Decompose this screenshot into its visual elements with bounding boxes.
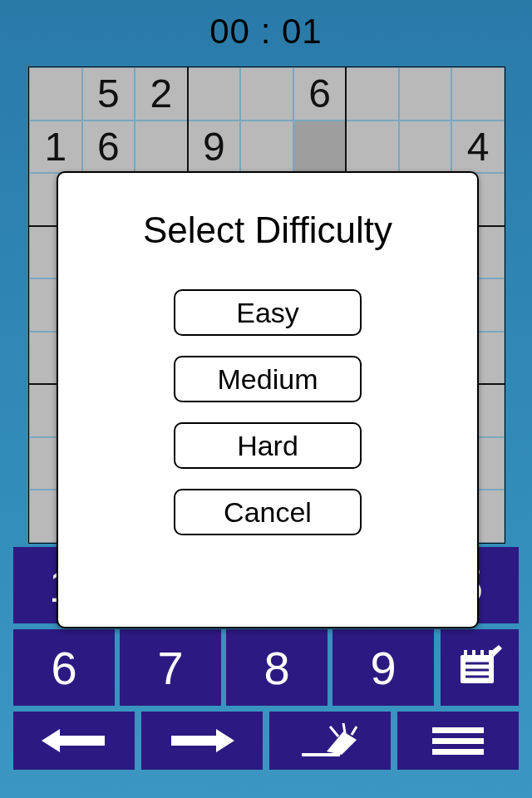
- undo-button[interactable]: [13, 712, 135, 770]
- menu-button[interactable]: [397, 712, 519, 770]
- cancel-button[interactable]: Cancel: [174, 489, 362, 535]
- svg-rect-17: [432, 738, 484, 744]
- svg-rect-4: [464, 650, 467, 658]
- cell-0-1[interactable]: 5: [82, 67, 135, 121]
- svg-marker-8: [490, 645, 502, 657]
- svg-rect-5: [472, 650, 475, 658]
- timer: 00 : 01: [0, 12, 532, 52]
- cell-1-4[interactable]: [240, 121, 293, 174]
- cell-1-1[interactable]: 6: [82, 121, 135, 174]
- arrow-left-icon: [37, 724, 111, 757]
- notes-button[interactable]: [441, 629, 519, 706]
- cell-0-0[interactable]: [29, 67, 82, 121]
- difficulty-modal: Select Difficulty Easy Medium Hard Cance…: [57, 171, 479, 628]
- cell-0-5[interactable]: 6: [293, 67, 347, 121]
- svg-line-13: [330, 727, 338, 736]
- cell-0-3[interactable]: [188, 67, 241, 121]
- arrow-right-icon: [165, 724, 239, 757]
- notepad-icon: [457, 645, 502, 690]
- erase-button[interactable]: [269, 712, 391, 770]
- cell-1-5[interactable]: [293, 121, 347, 174]
- difficulty-medium-button[interactable]: Medium: [174, 356, 362, 402]
- cell-0-7[interactable]: [399, 67, 452, 121]
- cell-0-8[interactable]: [451, 67, 505, 121]
- modal-title: Select Difficulty: [58, 209, 477, 251]
- keypad-row-2: 6 7 8 9: [13, 629, 434, 706]
- cell-1-2[interactable]: [135, 121, 188, 174]
- svg-line-14: [343, 723, 345, 733]
- keypad-9[interactable]: 9: [332, 629, 434, 706]
- cell-0-2[interactable]: 2: [135, 67, 188, 121]
- svg-line-15: [352, 727, 357, 735]
- svg-marker-9: [42, 729, 105, 752]
- cell-1-8[interactable]: 4: [451, 121, 505, 174]
- difficulty-hard-button[interactable]: Hard: [174, 422, 362, 469]
- keypad-7[interactable]: 7: [120, 629, 221, 706]
- toolbar: [13, 712, 519, 770]
- cell-0-6[interactable]: [346, 67, 399, 121]
- keypad-6[interactable]: 6: [13, 629, 115, 706]
- cell-1-6[interactable]: [346, 121, 399, 174]
- svg-marker-10: [171, 729, 234, 752]
- svg-rect-6: [480, 650, 484, 658]
- cell-1-0[interactable]: 1: [29, 121, 82, 174]
- menu-icon: [429, 724, 487, 757]
- cell-0-4[interactable]: [240, 67, 293, 121]
- svg-rect-16: [432, 727, 484, 733]
- cell-1-3[interactable]: 9: [188, 121, 241, 174]
- svg-rect-18: [432, 749, 484, 755]
- redo-button[interactable]: [141, 712, 263, 770]
- cell-1-7[interactable]: [399, 121, 452, 174]
- difficulty-easy-button[interactable]: Easy: [174, 289, 362, 336]
- keypad-8[interactable]: 8: [226, 629, 328, 706]
- eraser-icon: [297, 722, 363, 760]
